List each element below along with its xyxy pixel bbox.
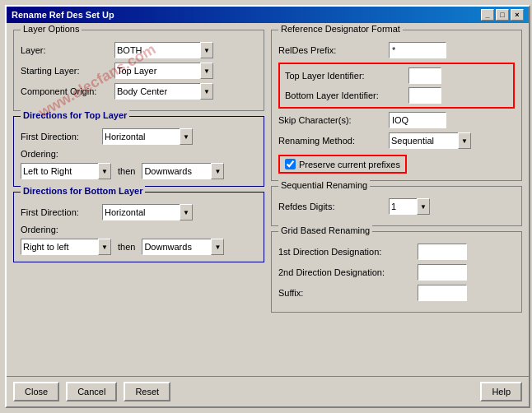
second-dir-desig-row: 2nd Direction Designation:	[278, 264, 515, 281]
close-window-button[interactable]: ×	[511, 9, 524, 21]
bottom-layer-id-input[interactable]	[408, 87, 441, 104]
title-bar-buttons: _ □ ×	[481, 9, 524, 21]
reldes-prefix-row: RelDes Prefix:	[278, 42, 515, 58]
bottom-first-direction-row: First Direction: Horizontal Vertical ▼	[21, 204, 257, 220]
window-title: Rename Ref Des Set Up	[12, 10, 114, 20]
maximize-button[interactable]: □	[496, 9, 509, 21]
suffix-input[interactable]	[418, 285, 467, 301]
bottom-ordering-select-wrapper: Right to left Left to Right ▼	[21, 239, 111, 255]
bottom-bar: Close Cancel Reset Help	[7, 376, 529, 406]
layer-row: Layer: BOTH Top Bottom ▼	[21, 42, 257, 58]
skip-chars-input[interactable]	[389, 112, 446, 128]
ref-des-group: Reference Designator Format RelDes Prefi…	[271, 30, 522, 181]
content-area: Layer Options Layer: BOTH Top Bottom ▼ S…	[7, 23, 529, 406]
bottom-first-direction-select[interactable]: Horizontal Vertical	[102, 204, 193, 220]
help-button[interactable]: Help	[480, 382, 522, 401]
first-dir-desig-label: 1st Direction Designation:	[278, 247, 414, 257]
component-origin-select[interactable]: Body Center Pin 1	[114, 83, 213, 100]
layer-label: Layer:	[21, 45, 111, 55]
top-ordering-label: Ordering:	[21, 149, 58, 159]
right-column: Reference Designator Format RelDes Prefi…	[271, 30, 522, 400]
top-then-label: then	[118, 166, 135, 176]
bottom-layer-id-label: Bottom Layer Identifier:	[285, 90, 408, 100]
sequential-renaming-group: Sequential Renaming Refdes Digits: 1 2 3…	[271, 186, 522, 226]
refdes-digits-select-wrapper: 1 2 3 4 ▼	[389, 198, 430, 215]
refdes-digits-select[interactable]: 1 2 3 4	[389, 198, 430, 215]
top-first-direction-select-wrapper: Horizontal Vertical ▼	[102, 128, 193, 145]
starting-layer-row: Starting Layer: Top Layer Bottom Layer ▼	[21, 63, 257, 79]
top-first-direction-row: First Direction: Horizontal Vertical ▼	[21, 128, 257, 145]
bottom-left-buttons: Close Cancel Reset	[13, 382, 170, 401]
grid-renaming-group: Grid Based Renaming 1st Direction Design…	[271, 231, 522, 313]
bottom-then-label: then	[118, 242, 135, 252]
bottom-ordering-select[interactable]: Right to left Left to Right	[21, 239, 111, 255]
component-origin-label: Component Origin:	[21, 86, 111, 96]
bottom-ordering-label-row: Ordering:	[21, 225, 257, 234]
bottom-then-select[interactable]: Downwards Upwards	[142, 239, 224, 255]
renaming-method-label: Renaming Method:	[278, 136, 385, 146]
top-ordering-row: Left to Right Right to left ▼ then Downw…	[21, 163, 257, 179]
title-bar: Rename Ref Des Set Up _ □ ×	[7, 7, 529, 23]
starting-layer-select-wrapper: Top Layer Bottom Layer ▼	[114, 63, 213, 79]
preserve-label: Preserve current prefixes	[299, 160, 400, 169]
reldes-prefix-input[interactable]	[389, 42, 446, 58]
layer-select-wrapper: BOTH Top Bottom ▼	[114, 42, 213, 58]
component-origin-row: Component Origin: Body Center Pin 1 ▼	[21, 83, 257, 100]
bottom-ordering-label: Ordering:	[21, 225, 58, 234]
close-button[interactable]: Close	[13, 382, 59, 401]
bottom-first-direction-label: First Direction:	[21, 207, 99, 217]
top-layer-id-label: Top Layer Identifier:	[285, 71, 408, 81]
grid-renaming-label: Grid Based Renaming	[278, 225, 372, 235]
minimize-button[interactable]: _	[481, 9, 494, 21]
top-ordering-select[interactable]: Left to Right Right to left	[21, 163, 111, 179]
second-dir-desig-label: 2nd Direction Designation:	[278, 267, 414, 277]
renaming-method-select[interactable]: Sequential Grid Based	[389, 132, 471, 149]
skip-chars-label: Skip Character(s):	[278, 115, 385, 125]
renaming-method-select-wrapper: Sequential Grid Based ▼	[389, 132, 471, 149]
component-origin-select-wrapper: Body Center Pin 1 ▼	[114, 83, 213, 100]
second-dir-desig-input[interactable]	[418, 264, 467, 281]
layer-options-group: Layer Options Layer: BOTH Top Bottom ▼ S…	[13, 30, 264, 111]
suffix-row: Suffix:	[278, 285, 515, 301]
directions-bottom-label: Directions for Bottom Layer	[21, 186, 145, 196]
layer-select[interactable]: BOTH Top Bottom	[114, 42, 213, 58]
reset-button[interactable]: Reset	[124, 382, 170, 401]
skip-chars-row: Skip Character(s):	[278, 112, 515, 128]
refdes-digits-label: Refdes Digits:	[278, 202, 385, 211]
bottom-first-direction-select-wrapper: Horizontal Vertical ▼	[102, 204, 193, 220]
bottom-layer-id-row: Bottom Layer Identifier:	[285, 87, 508, 104]
preserve-box: Preserve current prefixes	[278, 155, 407, 174]
suffix-label: Suffix:	[278, 288, 414, 298]
directions-top-label: Directions for Top Layer	[21, 110, 129, 120]
starting-layer-select[interactable]: Top Layer Bottom Layer	[114, 63, 213, 79]
main-window: Rename Ref Des Set Up _ □ × www.elecfans…	[5, 5, 530, 408]
top-layer-id-input[interactable]	[408, 67, 441, 84]
cancel-button[interactable]: Cancel	[66, 382, 117, 401]
top-first-direction-select[interactable]: Horizontal Vertical	[102, 128, 193, 145]
preserve-checkbox[interactable]	[285, 159, 296, 169]
directions-bottom-group: Directions for Bottom Layer First Direct…	[13, 192, 264, 262]
top-first-direction-label: First Direction:	[21, 132, 99, 142]
reldes-prefix-label: RelDes Prefix:	[278, 45, 385, 55]
bottom-ordering-row: Right to left Left to Right ▼ then Downw…	[21, 239, 257, 255]
left-column: Layer Options Layer: BOTH Top Bottom ▼ S…	[13, 30, 264, 400]
top-then-select[interactable]: Downwards Upwards	[142, 163, 224, 179]
layer-options-label: Layer Options	[21, 24, 82, 34]
top-then-select-wrapper: Downwards Upwards ▼	[142, 163, 224, 179]
starting-layer-label: Starting Layer:	[21, 66, 111, 76]
refdes-digits-row: Refdes Digits: 1 2 3 4 ▼	[278, 198, 515, 215]
ref-des-label: Reference Designator Format	[278, 24, 403, 34]
top-ordering-select-wrapper: Left to Right Right to left ▼	[21, 163, 111, 179]
bottom-then-select-wrapper: Downwards Upwards ▼	[142, 239, 224, 255]
renaming-method-row: Renaming Method: Sequential Grid Based ▼	[278, 132, 515, 149]
top-layer-id-row: Top Layer Identifier:	[285, 67, 508, 84]
first-dir-desig-input[interactable]	[418, 244, 467, 260]
directions-top-group: Directions for Top Layer First Direction…	[13, 116, 264, 187]
identifier-box: Top Layer Identifier: Bottom Layer Ident…	[278, 63, 515, 109]
top-ordering-label-row: Ordering:	[21, 149, 257, 159]
sequential-renaming-label: Sequential Renaming	[278, 180, 370, 190]
first-dir-desig-row: 1st Direction Designation:	[278, 244, 515, 260]
